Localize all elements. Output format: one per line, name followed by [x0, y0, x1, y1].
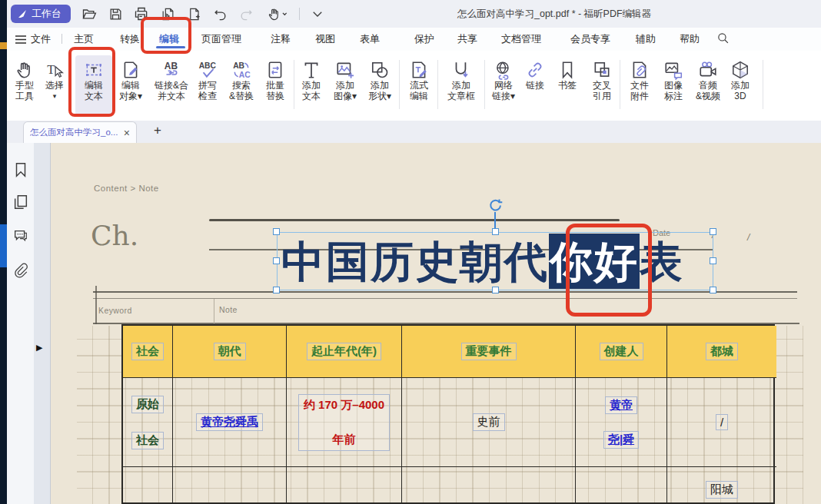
svg-text:AC: AC — [239, 71, 251, 79]
toolbar-batch-replace[interactable]: 批量替换 — [257, 55, 294, 115]
toolbar-flow-edit[interactable]: 流式编辑 — [401, 55, 437, 115]
menu-separator — [61, 34, 62, 44]
svg-text:T: T — [47, 63, 55, 77]
page-rule-line — [93, 291, 797, 293]
toolbar-separator — [763, 60, 763, 109]
background-window-accent2 — [0, 224, 7, 267]
toolbar-search-replace[interactable]: ABAC 搜索&替换 — [223, 55, 260, 115]
quick-access-toolbar — [81, 4, 326, 24]
chevron-down-icon — [311, 7, 324, 21]
page-margin-tick — [95, 286, 97, 324]
cell-society: 原始 社会 — [123, 378, 173, 467]
folder-open-icon — [81, 6, 97, 22]
cross-reference-icon — [592, 55, 612, 80]
open-file-button[interactable] — [81, 5, 98, 22]
window-title: 怎么面对高中学习_opt.pdf * - 福昕PDF编辑器 — [457, 8, 651, 21]
menu-item-protect[interactable]: 保护 — [414, 32, 434, 46]
toolbar-edit-object[interactable]: 编辑对象▾ — [112, 55, 149, 115]
menu-item-help[interactable]: 帮助 — [680, 32, 700, 46]
toolbar-hand-tool[interactable]: 手型工具 — [6, 55, 43, 115]
menu-item-file[interactable]: 文件 — [31, 32, 51, 46]
sidebar-panel-divider — [34, 143, 51, 504]
resize-handle-bottom-middle[interactable] — [492, 287, 499, 293]
toolbar-separator — [399, 60, 400, 109]
toolbar-add-article-box[interactable]: 添加文章框 — [440, 55, 483, 115]
hand-tool-quick-button[interactable] — [264, 5, 290, 22]
menu-item-member-exclusive[interactable]: 会员专享 — [570, 32, 610, 46]
header-cell-event: 重要事件 — [402, 326, 576, 378]
toolbar-file-attachment[interactable]: 文件附件 — [621, 55, 658, 115]
save-icon — [108, 7, 123, 22]
header-cell-founder: 创建人 — [576, 326, 667, 378]
new-tab-button[interactable]: + — [154, 123, 161, 138]
tab-close-button[interactable]: × — [124, 127, 130, 139]
batch-replace-icon — [265, 55, 285, 80]
cell-row2-event — [402, 467, 576, 504]
hamburger-icon[interactable] — [15, 35, 26, 44]
toolbar-spell-check[interactable]: ABC 拼写检查 — [189, 55, 226, 115]
toolbar-add-3d[interactable]: 添加3D — [724, 55, 756, 115]
search-icon[interactable] — [716, 32, 730, 45]
bookmarks-panel-icon[interactable] — [12, 161, 29, 178]
resize-handle-top-middle[interactable] — [492, 228, 499, 235]
toolbar-cross-reference[interactable]: 交叉引用 — [583, 55, 620, 115]
workspace-button[interactable]: 工作台 — [11, 5, 71, 23]
header-cell-capital: 都城 — [667, 326, 776, 378]
menu-item-accessibility[interactable]: 辅助 — [636, 32, 656, 46]
pages-panel-icon[interactable] — [12, 194, 29, 211]
toolbar-separator — [437, 60, 438, 109]
comments-panel-icon[interactable] — [12, 227, 29, 244]
save-button[interactable] — [107, 5, 124, 22]
document-tab[interactable]: 怎么面对高中学习_o... × — [23, 121, 137, 143]
toolbar-add-image[interactable]: 添加图像▾ — [327, 55, 364, 115]
toolbar-link[interactable]: 链接 — [519, 55, 551, 115]
toolbar-select[interactable]: T 选择▾ — [38, 55, 71, 115]
toolbar-audio-video[interactable]: 音频&视频 — [689, 55, 727, 115]
rotation-handle[interactable] — [488, 198, 503, 213]
toolbar-web-link[interactable]: 网络链接▾ — [485, 55, 522, 115]
cell-row2-capital: 阳城 — [667, 467, 776, 504]
menu-item-view[interactable]: 视图 — [315, 32, 335, 46]
resize-handle-middle-left[interactable] — [273, 257, 280, 264]
menu-item-home[interactable]: 主页 — [74, 32, 94, 46]
link-merge-text-icon: AB — [161, 55, 181, 80]
resize-handle-bottom-left[interactable] — [273, 287, 280, 293]
toolbar-image-annotation[interactable]: 图像标注 — [655, 55, 692, 115]
undo-icon — [213, 7, 228, 22]
cell-capital: / — [667, 378, 776, 467]
toolbar-link-merge-text[interactable]: AB 链接&合并文本 — [149, 55, 194, 115]
header-cell-society: 社会 — [123, 326, 173, 378]
image-annotation-icon — [663, 55, 683, 80]
menu-item-convert[interactable]: 转换 — [120, 32, 140, 46]
note-label: Note — [219, 305, 238, 314]
resize-handle-bottom-right[interactable] — [710, 287, 716, 293]
menu-item-form[interactable]: 表单 — [360, 32, 380, 46]
attachments-panel-icon[interactable] — [12, 262, 29, 279]
undo-button[interactable] — [211, 5, 228, 22]
breadcrumb: Content > Note — [94, 184, 159, 193]
toolbar-add-text[interactable]: 添加文本 — [293, 55, 330, 115]
cell-row2-founder — [576, 467, 667, 504]
resize-handle-middle-right[interactable] — [710, 257, 716, 264]
add-3d-cube-icon — [730, 55, 750, 80]
resize-handle-top-left[interactable] — [273, 228, 280, 235]
menu-item-comment[interactable]: 注释 — [271, 32, 291, 46]
workspace-button-label: 工作台 — [32, 7, 61, 21]
sidebar-expand-arrow[interactable]: ▶ — [36, 343, 42, 353]
resize-handle-top-right[interactable] — [710, 228, 716, 235]
chapter-label: Ch. — [91, 220, 138, 251]
redo-button[interactable] — [238, 5, 254, 22]
menu-item-share[interactable]: 共享 — [457, 32, 477, 46]
menu-item-document-management[interactable]: 文档管理 — [501, 32, 541, 46]
header-cell-period: 起止年代(年) — [287, 326, 402, 378]
menu-item-page-management[interactable]: 页面管理 — [201, 32, 241, 46]
add-image-icon — [335, 55, 355, 80]
dynasty-table: 社会 朝代 起止年代(年) 重要事件 创建人 都城 原始 社会 黄帝尧舜禹 约 … — [121, 324, 775, 504]
toolbar-add-shape[interactable]: 添加形状▾ — [361, 55, 398, 115]
cell-row2-period — [287, 467, 402, 504]
toolbar-separator — [620, 60, 620, 109]
file-attachment-icon — [630, 55, 650, 80]
toolbar-bookmark-tool[interactable]: 书签 — [551, 55, 583, 115]
customize-toolbar-button[interactable] — [309, 5, 326, 22]
add-article-box-icon — [451, 55, 471, 80]
